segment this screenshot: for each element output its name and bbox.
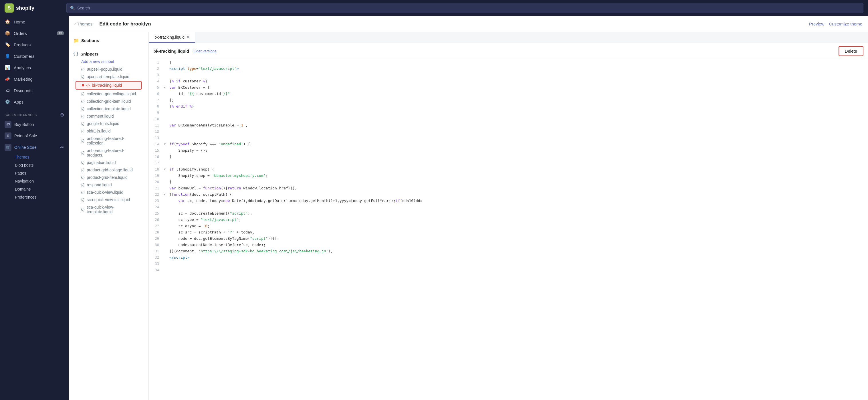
code-line-18: 18 ▼ if (!Shopify.shop) { xyxy=(149,166,868,173)
file-item[interactable]: {/} ajax-cart-template.liquid xyxy=(73,73,144,81)
orders-badge: 13 xyxy=(57,31,64,35)
file-item[interactable]: {/} 8upsell-popup.liquid xyxy=(73,65,144,73)
search-placeholder: Search xyxy=(77,6,90,10)
liquid-icon: {/} xyxy=(81,67,84,71)
sections-section: 📁 Sections xyxy=(69,32,149,45)
sidebar-item-label: Marketing xyxy=(14,77,33,82)
code-line-14: 14 ▼ if(typeof Shopify === 'undefined') … xyxy=(149,141,868,147)
delete-button[interactable]: Delete xyxy=(839,46,863,56)
file-item[interactable]: {/} collection-template.liquid xyxy=(73,105,144,113)
sidebar-item-customers[interactable]: 👤 Customers xyxy=(0,50,69,62)
file-item[interactable]: {/} collection-grid-collage.liquid xyxy=(73,90,144,98)
breadcrumb-bar: ‹ Themes Edit code for brooklyn Preview … xyxy=(69,16,868,32)
search-bar[interactable]: 🔍 Search xyxy=(66,3,863,13)
sidebar-item-products[interactable]: 🏷️ Products xyxy=(0,39,69,50)
channel-label: Online Store xyxy=(14,145,37,150)
sidebar: 🏠 Home 📦 Orders 13 🏷️ Products 👤 Custome… xyxy=(0,16,69,400)
tab-close-icon[interactable]: × xyxy=(187,35,189,39)
sales-channels-title: SALES CHANNELS ⊕ xyxy=(0,107,69,119)
sidebar-sub-themes[interactable]: Themes xyxy=(0,153,69,161)
editor-layout: 📁 Sections { } Snippets Add a new snippe… xyxy=(69,32,868,400)
code-line-33: 33 xyxy=(149,261,868,267)
file-item[interactable]: {/} sca-quick-view-template.liquid xyxy=(73,204,144,215)
sidebar-sub-domains[interactable]: Domains xyxy=(0,185,69,193)
sidebar-item-home[interactable]: 🏠 Home xyxy=(0,16,69,28)
preview-button[interactable]: Preview xyxy=(809,22,824,26)
sidebar-item-apps[interactable]: ⚙️ Apps xyxy=(0,96,69,107)
page-title: Edit code for brooklyn xyxy=(99,21,151,27)
code-line-24: 24 xyxy=(149,204,868,210)
sidebar-item-point-of-sale[interactable]: 🖥 Point of Sale xyxy=(0,130,69,142)
file-item[interactable]: {/} collection-grid-item.liquid xyxy=(73,98,144,105)
sidebar-item-analytics[interactable]: 📊 Analytics xyxy=(0,62,69,73)
file-item[interactable]: {/} respond.liquid xyxy=(73,181,144,189)
sidebar-item-label: Apps xyxy=(14,99,24,104)
file-item[interactable]: {/} sca-quick-view-init.liquid xyxy=(73,196,144,204)
file-item[interactable]: {/} product-grid-collage.liquid xyxy=(73,166,144,174)
code-editor-panel: bk-tracking.liquid × bk-tracking.liquid … xyxy=(149,32,868,400)
sidebar-item-label: Orders xyxy=(14,31,27,36)
sidebar-item-online-store[interactable]: 🛒 Online Store 👁 xyxy=(0,142,69,153)
file-item-bk-tracking[interactable]: {/} bk-tracking.liquid xyxy=(75,81,142,90)
visibility-icon[interactable]: 👁 xyxy=(60,145,64,150)
apps-icon: ⚙️ xyxy=(5,99,10,105)
back-to-themes[interactable]: ‹ Themes xyxy=(74,22,92,26)
liquid-icon: {/} xyxy=(81,114,84,118)
editor-tab-bk-tracking[interactable]: bk-tracking.liquid × xyxy=(149,32,195,43)
file-item[interactable]: {/} onboarding-featured-collection xyxy=(73,135,144,147)
sidebar-sub-pages[interactable]: Pages xyxy=(0,169,69,177)
add-sales-channel-icon[interactable]: ⊕ xyxy=(60,112,64,118)
file-item[interactable]: {/} google-fonts.liquid xyxy=(73,120,144,127)
sidebar-item-label: Customers xyxy=(14,54,35,59)
liquid-icon: {/} xyxy=(81,198,84,202)
add-new-snippet-link[interactable]: Add a new snippet xyxy=(73,58,144,65)
sidebar-item-orders[interactable]: 📦 Orders 13 xyxy=(0,28,69,39)
sections-title: Sections xyxy=(81,38,99,43)
code-area[interactable]: 1 2 <script type="text/javascript"> 3 xyxy=(149,59,868,400)
liquid-icon: {/} xyxy=(81,208,84,211)
tab-label: bk-tracking.liquid xyxy=(154,35,185,39)
sidebar-sub-blog-posts[interactable]: Blog posts xyxy=(0,161,69,169)
orders-icon: 📦 xyxy=(5,30,10,36)
file-item[interactable]: {/} pagination.liquid xyxy=(73,159,144,166)
code-line-29: 29 node = doc.getElementsByTagName("scri… xyxy=(149,236,868,242)
file-item[interactable]: {/} comment.liquid xyxy=(73,113,144,120)
sidebar-item-label: Products xyxy=(14,42,31,47)
sidebar-item-discounts[interactable]: 🏷 Discounts xyxy=(0,85,69,96)
content-area: ‹ Themes Edit code for brooklyn Preview … xyxy=(69,16,868,400)
code-line-21: 21 var bkRawUrl = function(){return wind… xyxy=(149,185,868,191)
snippets-header[interactable]: { } Snippets xyxy=(73,49,144,58)
code-line-23: 23 var sc, node, today=new Date(),dd=tod… xyxy=(149,198,868,204)
search-icon: 🔍 xyxy=(70,6,75,10)
code-line-2: 2 <script type="text/javascript"> xyxy=(149,65,868,72)
file-item[interactable]: {/} sca-quick-view.liquid xyxy=(73,189,144,196)
code-line-9: 9 xyxy=(149,110,868,116)
buy-button-icon: 🏷 xyxy=(5,121,11,128)
discounts-icon: 🏷 xyxy=(5,88,10,93)
liquid-icon: {/} xyxy=(81,129,84,133)
sidebar-sub-preferences[interactable]: Preferences xyxy=(0,193,69,201)
file-item[interactable]: {/} onboarding-featured-products. xyxy=(73,147,144,159)
file-item[interactable]: {/} oldIE-js.liquid xyxy=(73,127,144,135)
older-versions-link[interactable]: Older versions xyxy=(192,49,217,53)
channel-label: Buy Button xyxy=(14,122,34,127)
sidebar-sub-navigation[interactable]: Navigation xyxy=(0,177,69,185)
sidebar-item-marketing[interactable]: 📣 Marketing xyxy=(0,73,69,85)
liquid-icon: {/} xyxy=(81,92,84,96)
liquid-icon: {/} xyxy=(81,107,84,111)
customers-icon: 👤 xyxy=(5,53,10,59)
code-line-15: 15 Shopify = {}; xyxy=(149,147,868,154)
editor-tabs: bk-tracking.liquid × xyxy=(149,32,868,43)
liquid-icon: {/} xyxy=(81,190,84,194)
liquid-icon: {/} xyxy=(81,151,84,155)
customize-theme-button[interactable]: Customize theme xyxy=(829,22,862,26)
file-tree: 📁 Sections { } Snippets Add a new snippe… xyxy=(69,32,149,400)
top-nav: S shopify 🔍 Search xyxy=(0,0,868,16)
snippets-title: Snippets xyxy=(81,52,98,56)
sections-header[interactable]: 📁 Sections xyxy=(73,35,144,44)
sidebar-item-buy-button[interactable]: 🏷 Buy Button xyxy=(0,119,69,130)
chevron-left-icon: ‹ xyxy=(74,22,76,26)
code-line-22: 22 ▼ (function(doc, scriptPath) { xyxy=(149,191,868,198)
file-item[interactable]: {/} product-grid-item.liquid xyxy=(73,174,144,181)
liquid-icon: {/} xyxy=(81,139,84,143)
